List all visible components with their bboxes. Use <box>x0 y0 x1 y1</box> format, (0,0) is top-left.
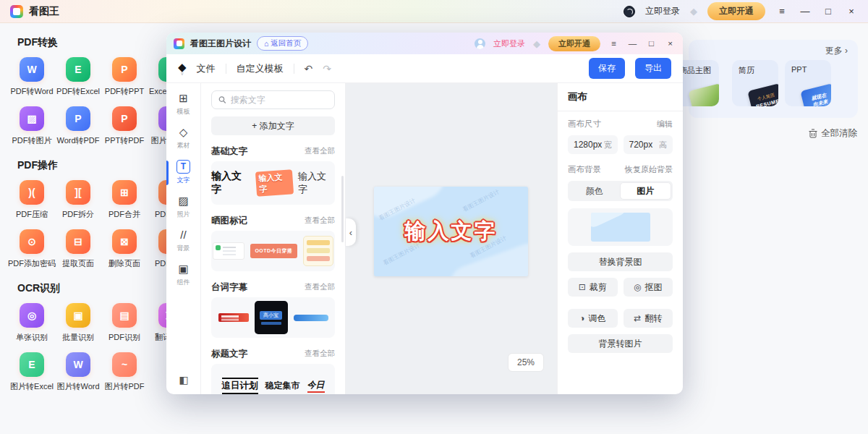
upgrade-button[interactable]: 立即开通 <box>707 2 765 20</box>
view-all-link[interactable]: 查看全部 <box>305 146 335 156</box>
rail-tab-photos[interactable]: ▨照片 <box>166 195 201 219</box>
view-all-link[interactable]: 查看全部 <box>305 349 335 359</box>
minimize-button[interactable]: — <box>799 6 812 17</box>
height-input[interactable]: 720px 高 <box>624 135 673 154</box>
replace-bg-button[interactable]: 替换背景图 <box>568 252 673 271</box>
avatar[interactable] <box>624 6 635 17</box>
view-all-link[interactable]: 查看全部 <box>305 216 335 226</box>
restore-bg-link[interactable]: 恢复原始背景 <box>625 164 673 175</box>
subtitles-card[interactable]: 高小宝 <box>211 297 335 338</box>
close-button[interactable]: × <box>845 6 858 17</box>
tool-pdf-password[interactable]: ⊙PDF添加密码 <box>9 229 55 269</box>
text-style-regular[interactable]: 输入文字 <box>298 170 335 196</box>
template-card-resume[interactable]: 简历 个人简历 RESUME <box>732 60 778 106</box>
bg-image-tab[interactable]: 图片 <box>620 182 672 200</box>
crop-icon: ⊡ <box>579 282 586 292</box>
tool-pdf-compress[interactable]: )(PDF压缩 <box>9 180 55 220</box>
menu-custom-template[interactable]: 自定义模板 <box>237 62 284 75</box>
materials-icon: ◇ <box>179 126 188 139</box>
template-card-ppt[interactable]: PPT 就现在 向未来 <box>785 60 831 106</box>
tool-pdf-to-word[interactable]: WPDF转Word <box>9 57 55 97</box>
view-all-link[interactable]: 查看全部 <box>305 282 335 292</box>
image-to-pdf-ocr-icon: ~ <box>112 352 137 377</box>
rail-tab-materials[interactable]: ◇素材 <box>166 126 201 150</box>
title-sample-2[interactable]: 稳定集市 <box>265 380 300 392</box>
text-style-bold[interactable]: 输入文字 <box>211 170 251 196</box>
maximize-button[interactable]: □ <box>822 6 835 17</box>
tool-batch-ocr[interactable]: ▣批量识别 <box>55 303 101 343</box>
panel-scrollbar[interactable] <box>341 176 344 242</box>
tool-single-ocr[interactable]: ◎单张识别 <box>9 303 55 343</box>
dialog-close-button[interactable]: × <box>665 39 676 48</box>
canvas-image[interactable]: 看图王图片设计 看图王图片设计 看图王图片设计 看图王图片设计 输入文字 <box>374 187 528 276</box>
collapse-panel-tab[interactable]: ‹ <box>346 218 356 246</box>
title-text-card[interactable]: 追日计划 稳定集市 今日 <box>211 364 335 394</box>
rail-tab-text[interactable]: T文字 <box>166 160 201 185</box>
width-input[interactable]: 1280px 宽 <box>568 135 618 154</box>
photo-marks-card[interactable]: OOTD今日穿搭 <box>211 231 335 271</box>
dialog-vip-diamond-icon[interactable]: ◆ <box>533 38 540 49</box>
dialog-menu-icon[interactable]: ≡ <box>608 39 619 48</box>
undo-icon[interactable]: ↶ <box>305 63 313 75</box>
note-mark-thumbnail[interactable] <box>303 236 333 266</box>
chat-mark-thumbnail[interactable] <box>213 242 244 260</box>
cutout-button[interactable]: ◎ 抠图 <box>624 278 673 297</box>
zoom-level-badge[interactable]: 25% <box>508 353 544 372</box>
search-input[interactable] <box>231 95 328 105</box>
tool-image-to-pdf-ocr[interactable]: ~图片转PDF <box>101 352 148 392</box>
tool-pdf-merge[interactable]: ⊞PDF合并 <box>101 180 148 220</box>
red-subtitle-thumbnail[interactable] <box>218 313 249 322</box>
tool-extract-pages[interactable]: ⊟提取页面 <box>55 229 101 269</box>
editor-logo-icon[interactable]: ◆∨ <box>178 61 187 76</box>
bg-color-tab[interactable]: 颜色 <box>569 182 620 200</box>
tool-pdf-to-image[interactable]: ▨PDF转图片 <box>9 106 55 146</box>
bg-preview-box[interactable] <box>568 208 673 246</box>
basic-text-card[interactable]: 输入文字 输入文字 输入文字 <box>211 161 335 205</box>
templates-icon: ⊞ <box>179 92 188 105</box>
edit-size-link[interactable]: 编辑 <box>657 119 673 129</box>
title-sample-3[interactable]: 今日 <box>307 379 325 393</box>
collapse-panel-icon[interactable]: ◧ <box>166 374 201 386</box>
rail-tab-background[interactable]: //背景 <box>166 229 201 253</box>
export-button[interactable]: 导出 <box>635 58 671 79</box>
dialog-minimize-button[interactable]: — <box>627 39 638 48</box>
tool-image-to-excel[interactable]: E图片转Excel <box>9 352 55 392</box>
login-button[interactable]: 立即登录 <box>645 5 680 17</box>
search-box[interactable] <box>211 90 335 109</box>
flip-button[interactable]: ⇄ 翻转 <box>624 309 673 328</box>
dialog-avatar[interactable] <box>475 38 485 49</box>
tool-delete-pages[interactable]: ⊠删除页面 <box>101 229 148 269</box>
adjust-color-button[interactable]: ◑ 调色 <box>568 309 618 328</box>
blue-subtitle-thumbnail[interactable] <box>294 315 328 321</box>
tool-pdf-to-excel[interactable]: EPDF转Excel <box>55 57 101 97</box>
crop-button[interactable]: ⊡ 裁剪 <box>568 278 618 297</box>
black-subtitle-thumbnail[interactable]: 高小宝 <box>255 301 288 334</box>
tool-image-to-word[interactable]: W图片转Word <box>55 352 101 392</box>
tool-pdf-to-ppt[interactable]: PPDF转PPT <box>101 57 148 97</box>
menu-icon[interactable]: ≡ <box>775 6 788 17</box>
rail-tab-templates[interactable]: ⊞模板 <box>166 92 201 116</box>
app-logo-icon <box>10 5 23 18</box>
tool-pdf-ocr[interactable]: ▤PDF识别 <box>101 303 148 343</box>
menu-file[interactable]: 文件 <box>197 62 216 75</box>
tool-word-to-pdf[interactable]: PWord转PDF <box>55 106 101 146</box>
clear-all-button[interactable]: 全部清除 <box>809 127 857 140</box>
canvas-text-element[interactable]: 输入文字 <box>374 187 528 276</box>
text-style-sticker[interactable]: 输入文字 <box>255 169 294 196</box>
canvas-area[interactable]: ‹ 看图王图片设计 看图王图片设计 看图王图片设计 看图王图片设计 输入文字 2… <box>346 83 557 394</box>
add-text-button[interactable]: + 添加文字 <box>211 116 335 135</box>
tool-ppt-to-pdf[interactable]: PPPT转PDF <box>101 106 148 146</box>
rail-tab-components[interactable]: ▣组件 <box>166 263 201 287</box>
back-home-button[interactable]: ⌂ 返回首页 <box>257 36 308 51</box>
vip-diamond-icon[interactable]: ◆ <box>690 6 697 17</box>
tool-pdf-split[interactable]: ][PDF拆分 <box>55 180 101 220</box>
dialog-login-button[interactable]: 立即登录 <box>493 38 525 49</box>
title-sample-1[interactable]: 追日计划 <box>222 378 258 394</box>
dialog-upgrade-button[interactable]: 立即开通 <box>548 36 600 51</box>
dialog-maximize-button[interactable]: □ <box>646 39 657 48</box>
bg-to-image-button[interactable]: 背景转图片 <box>568 334 673 353</box>
ootd-mark-thumbnail[interactable]: OOTD今日穿搭 <box>250 244 297 258</box>
redo-icon[interactable]: ↷ <box>323 63 331 75</box>
save-button[interactable]: 保存 <box>589 58 625 79</box>
more-link[interactable]: 更多 › <box>825 45 848 57</box>
